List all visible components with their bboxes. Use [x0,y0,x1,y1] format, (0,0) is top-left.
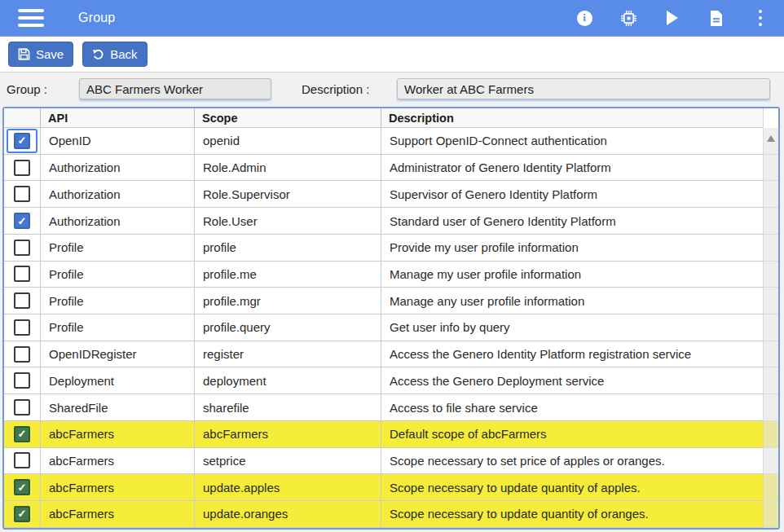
cell-scope[interactable]: Role.Admin [194,155,381,181]
cell-description[interactable]: Scope necessary to update quantity of or… [381,501,778,527]
checkbox-cell [4,288,40,314]
cell-api[interactable]: Authorization [40,181,194,207]
save-icon [18,48,30,60]
row-checkbox[interactable] [14,240,30,256]
table-row[interactable]: Profile profile.mgr Manage any user prof… [4,288,778,314]
cell-description[interactable]: Access to file share service [381,394,778,420]
cell-api[interactable]: Authorization [40,208,194,234]
run-icon[interactable] [663,9,681,27]
back-button[interactable]: Back [82,42,147,67]
cell-scope[interactable]: setprice [194,448,381,474]
document-icon[interactable] [707,9,725,27]
cell-api[interactable]: OpenIDRegister [40,341,194,367]
table-row[interactable]: OpenIDRegister register Access the Gener… [4,341,778,368]
cell-description[interactable]: Standard user of Genero Identity Platfor… [381,208,778,234]
description-label: Description : [302,82,369,96]
row-checkbox[interactable]: ✓ [14,479,30,495]
row-checkbox[interactable] [14,186,30,202]
overflow-menu-icon[interactable] [751,9,769,27]
cell-api[interactable]: Profile [40,288,194,314]
table-row[interactable]: ✓ abcFarmers update.oranges Scope necess… [4,501,778,528]
table-row[interactable]: ✓ Authorization Role.User Standard user … [4,208,778,235]
cell-description[interactable]: Access the Genero Identity Platform regi… [381,341,778,367]
row-checkbox[interactable] [14,319,30,336]
table-row[interactable]: Profile profile.me Manage my user profil… [4,262,778,288]
cell-api[interactable]: Deployment [40,367,194,394]
cell-scope[interactable]: profile [194,235,381,261]
cell-scope[interactable]: Role.User [194,208,381,234]
description-input[interactable] [397,78,770,99]
chip-icon[interactable] [619,9,637,27]
row-checkbox[interactable] [14,452,30,468]
cell-api[interactable]: Profile [40,262,194,288]
cell-api[interactable]: abcFarmers [40,421,194,447]
cell-description[interactable]: Scope necessary to update quantity of ap… [381,474,778,500]
table-row[interactable]: Deployment deployment Access the Genero … [4,367,778,394]
group-input[interactable] [79,78,271,99]
back-button-label: Back [110,47,137,61]
cell-api[interactable]: abcFarmers [40,448,194,474]
row-checkbox[interactable]: ✓ [14,133,30,149]
form-band: Group : Description : [0,73,784,107]
cell-scope[interactable]: register [194,341,381,367]
save-button[interactable]: Save [8,42,73,67]
table-row[interactable]: Profile profile.query Get user info by q… [4,314,778,341]
row-checkbox[interactable] [14,266,30,282]
cell-scope[interactable]: profile.query [194,314,381,341]
cell-description[interactable]: Manage my user profile information [381,262,778,288]
table-row[interactable]: SharedFile sharefile Access to file shar… [4,394,778,421]
row-checkbox[interactable]: ✓ [14,506,30,522]
cell-api[interactable]: Profile [40,235,194,261]
cell-description[interactable]: Default scope of abcFarmers [381,421,778,447]
cell-api[interactable]: OpenID [40,128,194,154]
cell-scope[interactable]: sharefile [194,394,381,420]
cell-api[interactable]: Authorization [40,155,194,181]
cell-scope[interactable]: update.oranges [194,501,381,527]
cell-description[interactable]: Supervisor of Genero Identity Platform [381,181,778,207]
row-checkbox[interactable] [14,292,30,309]
hamburger-menu-icon[interactable] [18,9,44,27]
scroll-up-arrow-icon[interactable] [767,135,775,142]
table-row[interactable]: ✓ abcFarmers abcFarmers Default scope of… [4,421,778,448]
cell-scope[interactable]: abcFarmers [194,421,381,447]
column-header-description[interactable]: Description [381,108,778,127]
row-checkbox[interactable] [14,372,30,389]
table-row[interactable]: ✓ OpenID openid Support OpenID-Connect a… [4,128,778,155]
cell-description[interactable]: Support OpenID-Connect authentication [381,128,778,154]
row-checkbox[interactable] [14,160,30,176]
cell-description[interactable]: Access the Genero Deployment service [381,367,778,394]
column-header-api[interactable]: API [40,108,194,127]
cell-api[interactable]: abcFarmers [40,501,194,527]
info-icon[interactable]: i [575,9,593,27]
table-row[interactable]: Profile profile Provide my user profile … [4,235,778,262]
checkbox-cell: ✓ [4,501,40,527]
toolbar: Save Back [0,36,784,73]
group-label: Group : [7,82,47,96]
row-checkbox[interactable] [14,399,30,415]
cell-scope[interactable]: Role.Supervisor [194,181,381,207]
vertical-scrollbar[interactable] [763,128,778,528]
table-row[interactable]: ✓ abcFarmers update.apples Scope necessa… [4,474,778,501]
table-header: API Scope Description [4,108,778,128]
column-header-scope[interactable]: Scope [194,108,381,127]
row-checkbox[interactable] [14,346,30,363]
cell-description[interactable]: Administrator of Genero Identity Platfor… [381,155,778,181]
cell-api[interactable]: SharedFile [40,394,194,420]
cell-description[interactable]: Provide my user profile information [381,235,778,261]
cell-scope[interactable]: openid [194,128,381,154]
cell-description[interactable]: Get user info by query [381,314,778,341]
cell-api[interactable]: abcFarmers [40,474,194,500]
cell-scope[interactable]: update.apples [194,474,381,500]
row-checkbox[interactable]: ✓ [14,426,30,442]
table-row[interactable]: Authorization Role.Supervisor Supervisor… [4,181,778,208]
table-row[interactable]: Authorization Role.Admin Administrator o… [4,155,778,182]
cell-scope[interactable]: profile.mgr [194,288,381,314]
cell-description[interactable]: Manage any user profile information [381,288,778,314]
checkbox-cell [4,367,40,394]
cell-scope[interactable]: deployment [194,367,381,394]
cell-description[interactable]: Scope necessary to set price of apples o… [381,448,778,474]
cell-api[interactable]: Profile [40,314,194,341]
row-checkbox[interactable]: ✓ [14,213,30,229]
table-row[interactable]: abcFarmers setprice Scope necessary to s… [4,448,778,475]
cell-scope[interactable]: profile.me [194,262,381,288]
